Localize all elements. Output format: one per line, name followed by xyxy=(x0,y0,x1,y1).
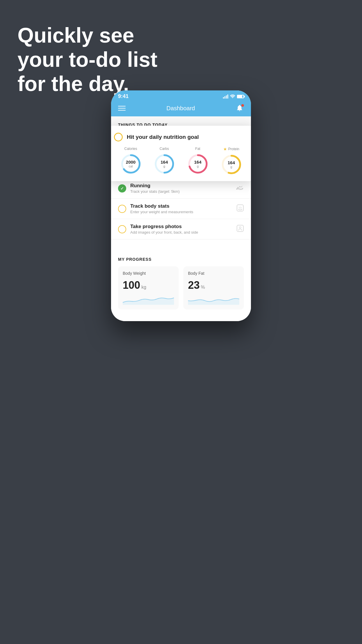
person-icon xyxy=(236,225,244,234)
running-checkbox[interactable] xyxy=(118,184,126,192)
carbs-circle: 164 g xyxy=(154,153,175,175)
progress-section: MY PROGRESS Body Weight 100 kg xyxy=(111,248,251,315)
status-bar: 9:41 xyxy=(111,90,251,101)
todo-item-running[interactable]: Running Track your stats (target: 5km) xyxy=(111,178,251,199)
protein-label: ★ Protein xyxy=(223,147,239,151)
nutrition-card-title: Hit your daily nutrition goal xyxy=(127,134,199,140)
svg-rect-8 xyxy=(237,205,243,211)
body-weight-title: Body Weight xyxy=(123,271,174,276)
body-fat-title: Body Fat xyxy=(188,271,239,276)
todo-item-progress-photos[interactable]: Take progress photos Add images of your … xyxy=(111,219,251,239)
body-fat-unit: % xyxy=(201,285,205,290)
body-stats-checkbox[interactable] xyxy=(118,205,126,213)
progress-photos-checkbox[interactable] xyxy=(118,225,126,233)
body-fat-sparkline xyxy=(188,294,239,305)
running-title: Running xyxy=(130,183,232,189)
hero-heading: Quickly see your to-do list for the day. xyxy=(17,23,157,96)
protein-value: 164 xyxy=(228,160,235,165)
calories-item: Calories 2000 cal xyxy=(120,147,142,175)
todo-section: Hit your daily nutrition goal Calories 2 xyxy=(111,132,251,239)
body-fat-card[interactable]: Body Fat 23 % xyxy=(183,266,244,309)
svg-point-9 xyxy=(238,209,242,210)
nav-bar: Dashboard xyxy=(111,101,251,116)
calories-value: 2000 xyxy=(126,160,136,165)
body-weight-sparkline xyxy=(123,294,174,305)
fat-value: 164 xyxy=(194,160,201,165)
bell-notification-dot xyxy=(241,104,244,107)
calories-circle: 2000 cal xyxy=(120,153,142,175)
body-weight-value: 100 kg xyxy=(123,279,174,291)
phone-mockup: 9:41 xyxy=(111,90,251,321)
bottom-padding xyxy=(111,315,251,321)
progress-photos-title: Take progress photos xyxy=(130,224,232,230)
carbs-value: 164 xyxy=(161,160,168,165)
fat-unit: g xyxy=(194,164,201,168)
fat-item: Fat 164 g xyxy=(187,147,209,175)
carbs-unit: g xyxy=(161,164,168,168)
wifi-icon xyxy=(230,94,235,99)
bell-icon[interactable] xyxy=(236,104,244,112)
protein-unit: g xyxy=(228,165,235,169)
calories-label: Calories xyxy=(124,147,137,151)
spacer xyxy=(111,239,251,248)
progress-photos-subtitle: Add images of your front, back, and side xyxy=(130,230,232,235)
scale-icon xyxy=(236,204,244,214)
nutrition-radio[interactable] xyxy=(114,133,123,141)
status-icons xyxy=(223,94,244,99)
carbs-item: Carbs 164 g xyxy=(154,147,175,175)
body-stats-title: Track body stats xyxy=(130,203,232,209)
fat-label: Fat xyxy=(195,147,200,151)
protein-item: ★ Protein 164 g xyxy=(221,147,242,175)
status-time: 9:41 xyxy=(118,93,129,99)
body-stats-subtitle: Enter your weight and measurements xyxy=(130,210,232,214)
svg-point-11 xyxy=(239,227,241,228)
fat-circle: 164 g xyxy=(187,153,209,175)
running-subtitle: Track your stats (target: 5km) xyxy=(130,189,232,194)
carbs-label: Carbs xyxy=(159,147,169,151)
nutrition-card: Hit your daily nutrition goal Calories 2 xyxy=(111,126,251,181)
battery-icon xyxy=(237,95,244,98)
body-weight-unit: kg xyxy=(141,285,146,290)
menu-icon[interactable] xyxy=(118,106,126,111)
progress-cards: Body Weight 100 kg Body Fat xyxy=(118,266,244,309)
body-fat-value: 23 % xyxy=(188,279,239,291)
nav-title: Dashboard xyxy=(166,105,195,112)
todo-item-body-stats[interactable]: Track body stats Enter your weight and m… xyxy=(111,199,251,219)
nutrition-row: Calories 2000 cal xyxy=(114,147,248,175)
protein-circle: 164 g xyxy=(221,154,242,175)
shoe-icon xyxy=(236,184,244,192)
signal-icon xyxy=(223,94,228,99)
star-icon: ★ xyxy=(223,147,227,151)
body-weight-card[interactable]: Body Weight 100 kg xyxy=(118,266,179,309)
calories-unit: cal xyxy=(126,164,136,168)
progress-section-title: MY PROGRESS xyxy=(118,257,244,262)
